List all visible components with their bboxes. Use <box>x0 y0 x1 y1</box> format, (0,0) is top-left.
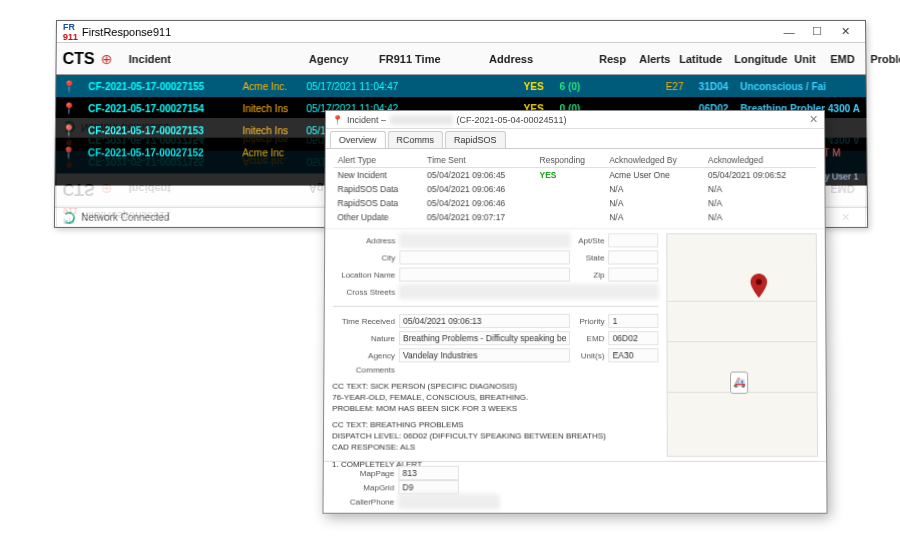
col-address[interactable]: Address <box>483 53 593 65</box>
pin-icon: 📍 <box>56 119 82 141</box>
dialog-close-button[interactable]: ✕ <box>809 113 818 126</box>
nature-field[interactable]: Breathing Problems - Difficulty speaking… <box>399 331 570 345</box>
cell-unit: E27 <box>660 75 693 97</box>
col-alerts[interactable]: Alerts <box>633 53 673 65</box>
app-title: FirstResponse911 <box>82 25 775 37</box>
cts-label: CTS <box>63 50 95 68</box>
address-field[interactable]: xxxx <box>399 233 570 247</box>
cell-incident: CF-2021-05-17-00027155 <box>82 75 236 97</box>
col-latitude[interactable]: Latitude <box>673 53 728 65</box>
agency-field[interactable]: Vandelay Industries <box>399 348 570 362</box>
cell-alerts: 6 (0) <box>554 75 590 97</box>
sync-icon <box>63 211 75 223</box>
callerphone-field[interactable]: xxxx <box>398 494 499 508</box>
zip-field[interactable] <box>609 268 659 282</box>
dialog-title-prefix: Incident – <box>347 114 386 124</box>
maximize-button[interactable]: ☐ <box>803 21 831 42</box>
pin-icon: 📍 <box>56 75 82 97</box>
col-incident[interactable]: Incident <box>123 53 303 65</box>
network-status: Network Connected <box>81 212 169 223</box>
col-emd[interactable]: EMD <box>824 53 864 65</box>
map-unit-marker: 🚑 <box>730 371 748 393</box>
bottom-fields: MapPage813 MapGridD9 CallerPhonexxxx <box>323 461 826 513</box>
city-field[interactable] <box>399 250 570 264</box>
time-received-field[interactable]: 05/04/2021 09:06:13 <box>399 314 570 328</box>
col-alert-type: Alert Type <box>334 153 424 168</box>
col-unit[interactable]: Unit <box>788 53 824 65</box>
tab-rcomms[interactable]: RComms <box>387 131 443 148</box>
cell-problem: Unconscious / Fai <box>734 75 866 97</box>
details-fields: Addressxxxx Apt/Ste City State Location … <box>332 233 659 456</box>
table-row[interactable]: 📍 CF-2021-05-17-00027155 Acme Inc. 05/17… <box>56 75 866 97</box>
col-ack-by: Acknowledged By <box>605 153 704 168</box>
alert-row[interactable]: RapidSOS Data05/04/2021 09:06:46N/AN/A <box>333 182 816 196</box>
medical-icon: ⊕ <box>101 51 113 67</box>
alerts-panel: Alert Type Time Sent Responding Acknowle… <box>325 149 824 228</box>
col-problem[interactable]: Problem <box>864 53 900 65</box>
mapgrid-field[interactable]: D9 <box>398 480 459 494</box>
col-fr911-time[interactable]: FR911 Time <box>373 53 483 65</box>
dialog-tabs: Overview RComms RapidSOS <box>326 129 824 149</box>
cross-streets-field[interactable]: xxxx <box>399 285 659 299</box>
col-longitude[interactable]: Longitude <box>728 53 788 65</box>
minimize-button[interactable]: — <box>775 21 803 42</box>
column-header-row: CTS ⊕ Incident Agency FR911 Time Address… <box>56 43 865 75</box>
pin-icon: 📍 <box>332 114 343 124</box>
col-agency[interactable]: Agency <box>303 53 373 65</box>
location-name-field[interactable] <box>399 268 570 282</box>
redacted: xxxxx <box>390 114 453 124</box>
col-resp[interactable]: Resp <box>593 53 633 65</box>
titlebar: FR911 FirstResponse911 — ☐ ✕ <box>57 21 865 43</box>
pin-icon: 📍 <box>56 97 82 119</box>
cell-fr911: 05/17/2021 11:04:47 <box>300 75 407 97</box>
close-button[interactable]: ✕ <box>831 21 859 42</box>
map-panel[interactable]: 🚑 <box>667 233 818 456</box>
incident-dialog: 📍 Incident – xxxxx (CF-2021-05-04-000245… <box>322 110 827 514</box>
tab-rapidsos[interactable]: RapidSOS <box>445 131 506 148</box>
state-field[interactable] <box>608 250 658 264</box>
dialog-titlebar: 📍 Incident – xxxxx (CF-2021-05-04-000245… <box>326 111 824 129</box>
emd-field[interactable]: 06D02 <box>609 331 659 345</box>
cell-agency: Acme Inc. <box>236 75 300 97</box>
alert-row[interactable]: New Incident05/04/2021 09:06:45YESAcme U… <box>334 168 817 183</box>
pin-icon: 📍 <box>56 141 82 163</box>
cell-address <box>407 75 517 97</box>
col-ack: Acknowledged <box>704 153 816 168</box>
col-responding: Responding <box>535 153 605 168</box>
apt-field[interactable] <box>608 233 658 247</box>
units-field[interactable]: EA30 <box>609 348 659 362</box>
map-marker-icon <box>749 274 767 298</box>
alert-row[interactable]: RapidSOS Data05/04/2021 09:06:46N/AN/A <box>333 196 816 210</box>
cell-resp: YES <box>518 75 554 97</box>
dialog-title-suffix: (CF-2021-05-04-00024511) <box>456 114 566 124</box>
cell-emd: 31D04 <box>693 75 735 97</box>
priority-field[interactable]: 1 <box>609 314 659 328</box>
col-time-sent: Time Sent <box>423 153 535 168</box>
svg-point-0 <box>755 279 761 285</box>
mappage-field[interactable]: 813 <box>398 466 459 480</box>
tab-overview[interactable]: Overview <box>330 131 386 148</box>
alert-row[interactable]: Other Update05/04/2021 09:07:17N/AN/A <box>333 210 816 224</box>
app-logo: FR911 <box>63 21 78 41</box>
